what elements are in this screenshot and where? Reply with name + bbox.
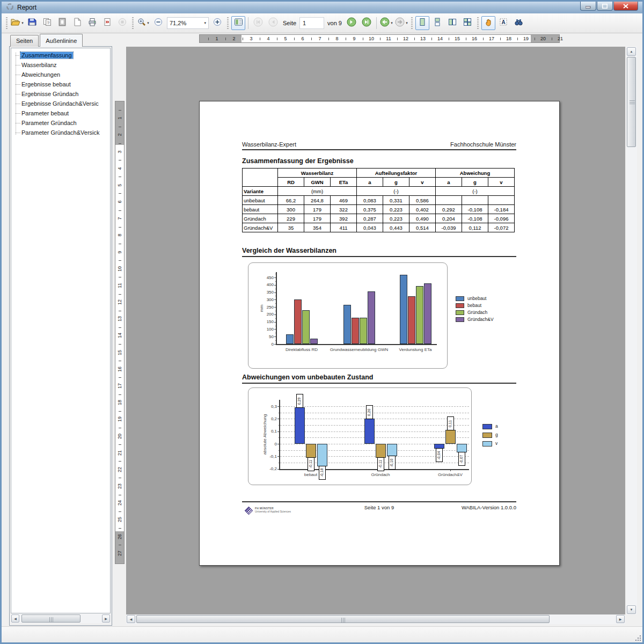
bar	[364, 419, 375, 444]
bar	[306, 444, 316, 458]
tree-item[interactable]: Wasserbilanz	[11, 60, 110, 70]
zoom-in-button[interactable]	[210, 16, 224, 30]
bar	[295, 407, 305, 444]
chart2-frame	[248, 387, 472, 485]
bar	[387, 444, 397, 456]
close-button[interactable]	[613, 2, 638, 11]
h-ruler-tick	[208, 38, 209, 40]
tree-item[interactable]: Ergebnisse bebaut	[11, 79, 110, 89]
find-button[interactable]	[511, 16, 525, 30]
table-value-cell	[462, 196, 488, 205]
tab-seiten[interactable]: Seiten	[10, 35, 39, 47]
hand-tool-button[interactable]	[481, 16, 495, 30]
scroll-thumb[interactable]	[21, 614, 80, 623]
layout-four-pages-button[interactable]	[460, 16, 474, 30]
open-dropdown-caret[interactable]: ▾	[21, 21, 24, 25]
v-ruler-number: 5	[116, 181, 123, 189]
document-map-button[interactable]	[231, 16, 245, 30]
scroll-left-arrow[interactable]: ◀	[127, 615, 135, 623]
scroll-right-arrow[interactable]: ▶	[102, 614, 110, 623]
scroll-thumb[interactable]	[136, 615, 550, 623]
table-value-cell: -0,039	[436, 223, 462, 232]
scroll-up-arrow[interactable]: ▲	[627, 47, 636, 56]
h-ruler-tick	[260, 38, 260, 40]
section-title-summary: Zusammenfassung der Ergebnisse	[242, 157, 516, 165]
blank-page-button[interactable]	[70, 16, 84, 30]
resize-grip[interactable]	[634, 634, 641, 641]
open-button[interactable]: ▾	[10, 16, 24, 30]
nav-forward-caret[interactable]: ▾	[406, 21, 408, 25]
previous-page-button[interactable]	[266, 16, 280, 30]
zoom-level-combo[interactable]: 71,2%▾	[167, 17, 209, 29]
y-axis-title: absolute Abweichung	[262, 402, 268, 467]
first-page-button[interactable]	[251, 16, 265, 30]
tree-item[interactable]: Ergebnisse Gründach&Versic	[11, 99, 110, 108]
zoom-tool-icon	[137, 18, 146, 28]
table-row: Gründach&V353544110,0430,4430,514-0,0390…	[243, 223, 515, 232]
tree-item[interactable]: Zusammenfassung	[11, 50, 110, 60]
table-value-cell: 0,223	[383, 214, 409, 223]
toolbar-grip[interactable]	[6, 17, 8, 29]
zoom-level-value: 71,2%	[170, 20, 186, 26]
table-column-header: a	[357, 178, 383, 187]
layout-two-pages-button[interactable]	[445, 16, 459, 30]
zoom-out-button[interactable]	[151, 16, 165, 30]
nav-forward-button[interactable]: ▾	[394, 16, 408, 30]
zoom-tool-button[interactable]: ▾	[136, 16, 150, 30]
table-column-header: v	[488, 178, 515, 187]
toolbar-grip[interactable]	[132, 17, 134, 29]
h-ruler-number: 18	[503, 35, 515, 42]
table-value-cell: 469	[331, 196, 357, 205]
page-number-input[interactable]: 1	[299, 17, 324, 29]
tree-horizontal-scrollbar[interactable]: ◀ ▶	[11, 614, 111, 623]
layout-two-pages-icon	[448, 18, 457, 28]
scroll-thumb[interactable]	[627, 57, 636, 147]
copy-pages-button[interactable]: ?	[40, 16, 54, 30]
scroll-left-arrow[interactable]: ◀	[11, 614, 19, 623]
layout-single-button[interactable]	[415, 16, 429, 30]
tree-item[interactable]: Parameter bebaut	[11, 108, 110, 118]
last-page-button[interactable]	[360, 16, 374, 30]
hand-tool-icon	[484, 18, 493, 28]
table-row: unbebaut66,2264,84690,0830,3310,586	[243, 196, 515, 205]
save-button[interactable]	[25, 16, 39, 30]
h-ruler-tick	[466, 38, 466, 40]
nav-back-caret[interactable]: ▾	[391, 21, 393, 25]
table-value-cell: 264,8	[304, 196, 331, 205]
toolbar-grip[interactable]	[411, 17, 413, 29]
v-ruler-number: 1	[116, 114, 123, 122]
export-page-button[interactable]	[100, 16, 114, 30]
h-ruler-number: 11	[383, 35, 394, 42]
preview-horizontal-scrollbar[interactable]: ◀ ▶	[126, 614, 625, 624]
minimize-button[interactable]	[580, 2, 596, 11]
bar	[343, 305, 351, 344]
scroll-right-arrow[interactable]: ▶	[616, 615, 625, 623]
bar	[376, 444, 386, 458]
next-page-button[interactable]	[345, 16, 358, 30]
table-value-cell: -0,072	[488, 223, 515, 232]
tree-item[interactable]: Ergebnisse Gründach	[11, 89, 110, 99]
legend-label: a	[495, 423, 498, 429]
bar-value-label: 0,20	[366, 405, 373, 419]
nav-forward-icon	[395, 17, 405, 29]
preview-vertical-scrollbar[interactable]: ▲ ▼	[626, 47, 637, 614]
nav-back-button[interactable]: ▾	[379, 16, 393, 30]
zoom-combo-caret[interactable]: ▾	[204, 21, 206, 25]
layout-continuous-button[interactable]	[430, 16, 444, 30]
tree-item[interactable]: Parameter Gründach	[11, 118, 110, 128]
toolbar-grip[interactable]	[227, 17, 229, 29]
stop-button[interactable]	[115, 16, 129, 30]
h-ruler-number: 1	[211, 35, 223, 42]
zoom-tool-caret[interactable]: ▾	[147, 21, 149, 25]
page-border-button[interactable]	[55, 16, 69, 30]
maximize-button[interactable]	[597, 2, 613, 11]
tree-item[interactable]: Parameter Gründach&Versick	[11, 128, 110, 137]
text-select-button[interactable]: A	[496, 16, 510, 30]
h-ruler-tick	[449, 38, 449, 40]
toolbar-grip[interactable]	[477, 17, 479, 29]
bar	[294, 299, 302, 344]
tree-item[interactable]: Abweichungen	[11, 70, 110, 79]
tab-aussenlinie[interactable]: Außenlinine	[40, 34, 83, 47]
scroll-down-arrow[interactable]: ▼	[627, 605, 636, 614]
print-button[interactable]	[85, 16, 99, 30]
